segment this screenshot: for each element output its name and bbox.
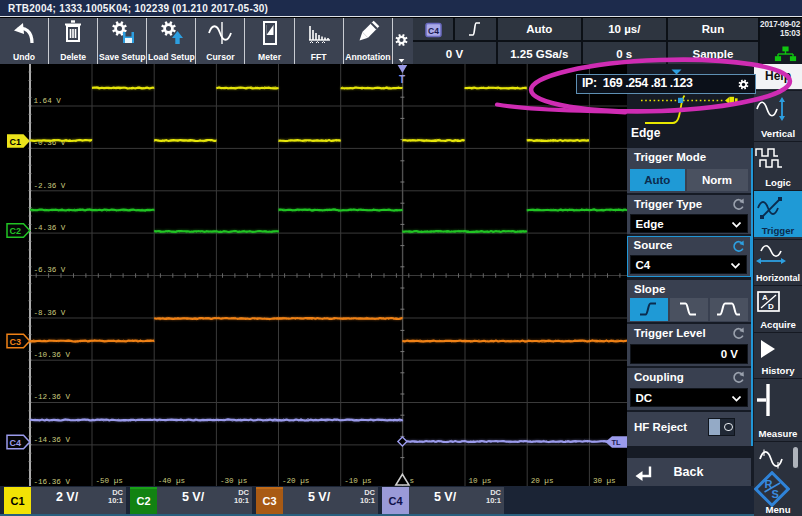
svg-text:-10.36 V: -10.36 V [34,351,71,359]
svg-text:-12.36 V: -12.36 V [34,393,71,401]
svg-text:-2.36 V: -2.36 V [34,182,66,190]
svg-text:-4.36 V: -4.36 V [34,224,66,232]
svg-text:-20 µs: -20 µs [282,477,309,485]
svg-text:D: D [768,302,774,311]
svg-text:C1: C1 [10,137,22,147]
svg-text:-50 µs: -50 µs [96,477,123,485]
svg-text:-40 µs: -40 µs [158,477,185,485]
svg-text:T: T [399,74,405,85]
svg-text:-30 µs: -30 µs [220,477,247,485]
svg-text:C3: C3 [10,337,22,347]
svg-text:C4: C4 [10,438,22,448]
svg-text:-8.36 V: -8.36 V [34,309,66,317]
svg-text:-16.36 V: -16.36 V [34,478,71,486]
svg-text:20 µs: 20 µs [531,477,554,485]
svg-text:TL: TL [612,438,622,447]
svg-text:-10 µs: -10 µs [344,477,371,485]
svg-text:S: S [772,488,779,500]
svg-text:30 µs: 30 µs [593,477,616,485]
svg-text:-6.36 V: -6.36 V [34,266,66,274]
svg-text:C4: C4 [428,26,439,36]
svg-text:-14.36 V: -14.36 V [34,436,71,444]
svg-text:s: s [410,477,415,485]
svg-text:1.64 V: 1.64 V [34,97,62,105]
svg-text:C2: C2 [10,226,22,236]
svg-text:A: A [762,293,768,302]
svg-text:10 µs: 10 µs [469,477,492,485]
